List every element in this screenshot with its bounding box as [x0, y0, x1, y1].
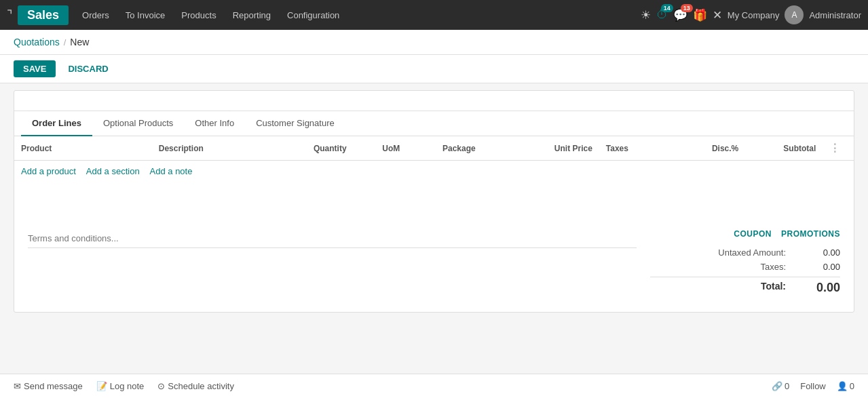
untaxed-value: 0.00 [799, 247, 840, 258]
avatar[interactable]: A [785, 5, 804, 24]
company-label[interactable]: My Company [728, 10, 780, 20]
summary-area: COUPON PROMOTIONS Untaxed Amount: 0.00 T… [650, 229, 840, 298]
add-note-link[interactable]: Add a note [150, 166, 193, 176]
nav-configuration[interactable]: Configuration [280, 6, 346, 24]
tab-optional-products[interactable]: Optional Products [92, 111, 184, 136]
nav-reporting[interactable]: Reporting [226, 6, 278, 24]
topbar: ⌝ Sales Orders To Invoice Products Repor… [0, 0, 868, 30]
tab-other-info[interactable]: Other Info [184, 111, 245, 136]
col-taxes: Taxes [599, 136, 685, 161]
col-quantity: Quantity [307, 136, 375, 161]
gift-icon[interactable]: 🎁 [693, 8, 707, 22]
empty-row [14, 182, 854, 222]
coupon-promotions: COUPON PROMOTIONS [650, 229, 840, 239]
tools-icon[interactable]: ✕ [713, 8, 722, 22]
col-description: Description [152, 136, 307, 161]
nav-orders[interactable]: Orders [75, 6, 116, 24]
order-footer: COUPON PROMOTIONS Untaxed Amount: 0.00 T… [14, 222, 854, 312]
breadcrumb-link[interactable]: Quotations [14, 37, 60, 47]
taxes-row: Taxes: 0.00 [650, 260, 840, 274]
col-product: Product [14, 136, 152, 161]
coupon-link[interactable]: COUPON [734, 229, 772, 239]
breadcrumb-current: New [70, 37, 89, 47]
grid-icon[interactable]: ⌝ [7, 7, 12, 22]
username-label[interactable]: Administrator [809, 10, 861, 20]
add-section-link[interactable]: Add a section [86, 166, 140, 176]
chat-icon[interactable]: 💬 13 [673, 8, 687, 22]
brand-label[interactable]: Sales [18, 5, 69, 25]
col-unit-price: Unit Price [513, 136, 599, 161]
col-package: Package [436, 136, 513, 161]
terms-input[interactable] [28, 229, 637, 248]
terms-area [28, 229, 637, 298]
topbar-icons: ☀ ⏱ 14 💬 13 🎁 ✕ My Company A Administrat… [641, 5, 861, 24]
activity-icon[interactable]: ☀ [641, 8, 651, 22]
order-lines-table: Product Description Quantity UoM Package… [14, 136, 854, 222]
clock-icon[interactable]: ⏱ 14 [656, 8, 668, 22]
nav-products[interactable]: Products [174, 6, 223, 24]
tab-order-lines[interactable]: Order Lines [21, 111, 92, 136]
nav-to-invoice[interactable]: To Invoice [119, 6, 172, 24]
col-disc: Disc.% [685, 136, 746, 161]
total-value: 0.00 [799, 281, 840, 295]
breadcrumb-separator: / [64, 37, 67, 47]
taxes-label: Taxes: [650, 262, 799, 272]
clock-badge: 14 [661, 4, 673, 12]
discard-button[interactable]: DISCARD [61, 60, 115, 77]
main-content: Order Lines Optional Products Other Info… [0, 90, 868, 326]
breadcrumb: Quotations / New [0, 30, 868, 55]
col-subtotal: Subtotal [745, 136, 823, 161]
untaxed-label: Untaxed Amount: [650, 247, 799, 258]
save-button[interactable]: SAVE [14, 60, 56, 77]
col-uom: UoM [375, 136, 436, 161]
tabs-bar: Order Lines Optional Products Other Info… [14, 111, 854, 136]
add-row: Add a product Add a section Add a note [14, 161, 854, 182]
form-top-area [14, 91, 854, 111]
col-actions: ⋮ [823, 136, 854, 161]
untaxed-row: Untaxed Amount: 0.00 [650, 245, 840, 260]
add-product-link[interactable]: Add a product [21, 166, 76, 176]
total-row: Total: 0.00 [650, 277, 840, 298]
tab-customer-signature[interactable]: Customer Signature [245, 111, 345, 136]
form-card: Order Lines Optional Products Other Info… [14, 90, 854, 313]
promotions-link[interactable]: PROMOTIONS [781, 229, 840, 239]
chat-badge: 13 [681, 4, 693, 12]
taxes-value: 0.00 [799, 262, 840, 272]
action-bar: SAVE DISCARD [0, 55, 868, 83]
total-label: Total: [650, 281, 799, 295]
